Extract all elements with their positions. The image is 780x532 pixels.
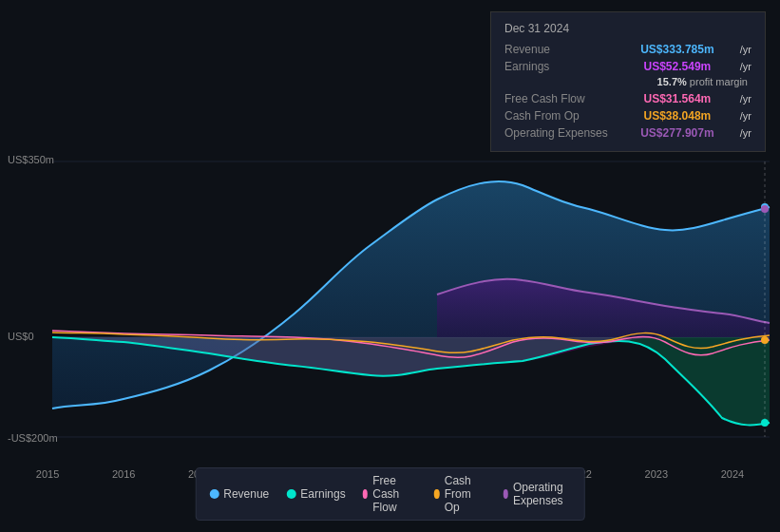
legend-label-opex: Operating Expenses (513, 481, 571, 507)
chart-legend: Revenue Earnings Free Cash Flow Cash Fro… (195, 467, 585, 521)
y-label-top: US$350m (8, 154, 54, 165)
tooltip-row-earnings: Earnings US$52.549m /yr (504, 58, 751, 75)
tooltip-value-opex: US$277.907m (640, 126, 713, 140)
tooltip-card: Dec 31 2024 Revenue US$333.785m /yr Earn… (490, 11, 766, 152)
legend-item-revenue[interactable]: Revenue (209, 474, 269, 514)
legend-dot-revenue (209, 489, 219, 499)
x-label-2024: 2024 (721, 468, 744, 480)
tooltip-row-opex: Operating Expenses US$277.907m /yr (504, 124, 751, 142)
legend-item-earnings[interactable]: Earnings (286, 474, 345, 514)
svg-point-6 (761, 205, 769, 213)
legend-label-fcf: Free Cash Flow (372, 474, 417, 514)
y-label-bottom: -US$200m (8, 432, 58, 444)
legend-item-fcf[interactable]: Free Cash Flow (363, 474, 418, 514)
chart-container: US$350m US$0 -US$200m 2015 2016 2017 201… (0, 0, 780, 532)
y-label-zero: US$0 (8, 331, 34, 342)
svg-point-8 (761, 419, 769, 427)
tooltip-unit-revenue: /yr (740, 44, 751, 55)
tooltip-date: Dec 31 2024 (504, 22, 751, 35)
x-label-2016: 2016 (112, 468, 135, 480)
svg-point-7 (761, 336, 769, 344)
legend-dot-earnings (286, 489, 295, 499)
x-label-2023: 2023 (645, 468, 668, 480)
tooltip-profit-margin-value: 15.7% profit margin (657, 76, 748, 87)
tooltip-label-fcf: Free Cash Flow (504, 92, 618, 105)
tooltip-label-cashfromop: Cash From Op (504, 109, 618, 123)
legend-dot-cashfromop (434, 489, 440, 499)
tooltip-label-earnings: Earnings (504, 60, 618, 73)
tooltip-value-revenue: US$333.785m (640, 43, 713, 56)
tooltip-profit-margin-row: 15.7% profit margin (504, 75, 751, 90)
x-label-2015: 2015 (36, 468, 59, 480)
tooltip-value-cashfromop: US$38.048m (644, 109, 712, 123)
tooltip-unit-opex: /yr (740, 127, 751, 139)
tooltip-value-fcf: US$31.564m (644, 92, 712, 105)
tooltip-label-revenue: Revenue (504, 43, 618, 56)
legend-label-cashfromop: Cash From Op (445, 474, 486, 514)
tooltip-unit-earnings: /yr (740, 61, 751, 72)
legend-dot-fcf (363, 489, 369, 499)
tooltip-row-fcf: Free Cash Flow US$31.564m /yr (504, 90, 751, 107)
tooltip-row-cashfromop: Cash From Op US$38.048m /yr (504, 107, 751, 124)
legend-item-opex[interactable]: Operating Expenses (503, 474, 570, 514)
legend-label-earnings: Earnings (300, 487, 345, 501)
tooltip-value-earnings: US$52.549m (644, 60, 712, 73)
tooltip-label-opex: Operating Expenses (504, 126, 618, 140)
legend-dot-opex (503, 489, 508, 499)
tooltip-unit-fcf: /yr (740, 93, 751, 104)
tooltip-row-revenue: Revenue US$333.785m /yr (504, 41, 751, 58)
legend-label-revenue: Revenue (223, 487, 269, 501)
legend-item-cashfromop[interactable]: Cash From Op (434, 474, 485, 514)
tooltip-unit-cashfromop: /yr (740, 110, 751, 122)
